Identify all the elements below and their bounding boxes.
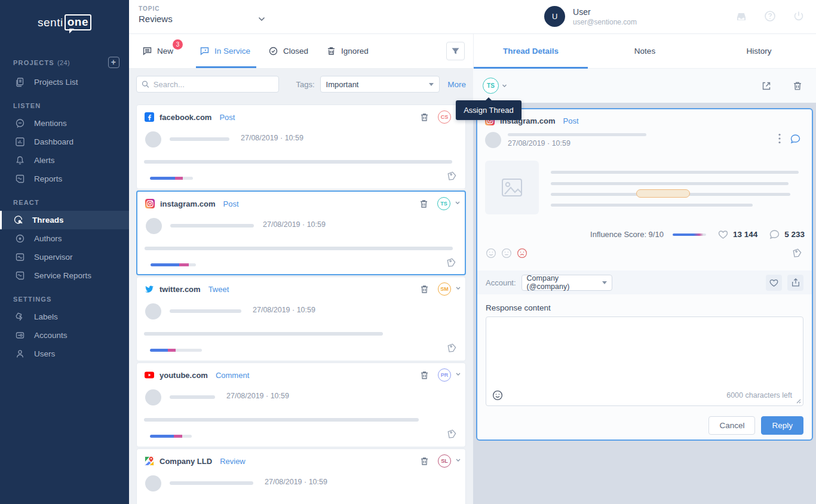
tab-history[interactable]: History: [702, 34, 816, 68]
sentiment-positive-icon[interactable]: [486, 248, 496, 259]
account-dropdown[interactable]: Company (@company): [521, 275, 612, 291]
chevron-down-icon[interactable]: [258, 17, 265, 21]
thread-list-item-facebook[interactable]: facebook.com Post CS 27/08/2019 · 10:59: [136, 105, 466, 189]
assignee-initials: CS: [441, 114, 449, 120]
sidebar-item-accounts[interactable]: Accounts: [0, 326, 129, 345]
cancel-button[interactable]: Cancel: [708, 416, 755, 435]
thread-source: instagram.com: [160, 199, 215, 208]
heart-icon: [769, 278, 779, 288]
tab-closed[interactable]: Closed: [268, 34, 308, 68]
tag-icon[interactable]: [446, 343, 457, 354]
author-avatar-skeleton: [145, 303, 161, 319]
trash-icon[interactable]: [419, 456, 430, 466]
funnel-icon: [451, 47, 460, 56]
assignee-chip[interactable]: PR: [438, 368, 451, 382]
thread-type-link[interactable]: Comment: [216, 371, 249, 380]
comments-icon: [769, 229, 780, 240]
account-dropdown-value: Company (@company): [527, 274, 602, 291]
help-icon[interactable]: [763, 10, 777, 23]
tags-dropdown[interactable]: Important: [320, 76, 440, 93]
search-input[interactable]: [154, 80, 274, 89]
sidebar-item-dashboard[interactable]: Dashboard: [0, 133, 129, 151]
tab-in-service[interactable]: In Service: [200, 34, 250, 68]
reply-button[interactable]: Reply: [761, 416, 803, 435]
sidebar-item-labels[interactable]: Labels: [0, 308, 129, 326]
new-thread-icon: [142, 46, 152, 56]
filter-button[interactable]: [446, 42, 465, 60]
thread-list-item-company-lld[interactable]: Company LLD Review SL 27/08/2019 · 10:59: [136, 448, 466, 504]
tab-thread-details[interactable]: Thread Details: [474, 34, 588, 68]
sidebar-section-header: REACT: [0, 194, 129, 211]
thread-type-link[interactable]: Post: [219, 113, 235, 122]
details-tabs: Thread Details Notes History: [473, 34, 816, 69]
thread-type-link[interactable]: Post: [223, 199, 238, 208]
response-textarea[interactable]: [486, 317, 803, 388]
thread-list-item-youtube[interactable]: youtube.com Comment PR 27/08/2019 · 10:5…: [136, 362, 466, 447]
tab-ignored[interactable]: Ignored: [326, 34, 369, 68]
tag-icon[interactable]: [446, 429, 457, 440]
trash-icon[interactable]: [419, 370, 430, 380]
chevron-down-icon[interactable]: [456, 373, 461, 376]
thread-list-item-instagram[interactable]: instagram.com Post TS 27/08/2019 · 10:59: [136, 190, 466, 275]
topic-selector[interactable]: TOPIC Reviews: [139, 5, 173, 24]
trash-icon[interactable]: [419, 284, 430, 294]
sidebar-item-service-reports[interactable]: Service Reports: [0, 266, 129, 285]
assignee-chip[interactable]: SM: [438, 282, 451, 296]
thread-type-link[interactable]: Review: [220, 457, 246, 466]
assign-thread-chip[interactable]: TS: [483, 78, 499, 94]
resize-handle[interactable]: [796, 398, 801, 404]
chevron-down-icon[interactable]: [502, 84, 507, 88]
avatar[interactable]: U: [544, 6, 565, 27]
tab-notes[interactable]: Notes: [588, 34, 702, 68]
power-icon[interactable]: [792, 10, 805, 23]
open-external-icon[interactable]: [761, 81, 772, 91]
sentiment-negative-icon[interactable]: [517, 248, 527, 259]
add-project-button[interactable]: +: [108, 57, 119, 68]
sidebar-item-supervisor[interactable]: Supervisor: [0, 248, 129, 266]
thread-head: twitter.com Tweet: [145, 284, 229, 294]
thread-type-link[interactable]: Tweet: [208, 285, 229, 294]
trash-icon[interactable]: [792, 81, 803, 91]
trash-icon[interactable]: [419, 112, 430, 122]
assignee-chip[interactable]: SL: [438, 454, 451, 468]
thread-datetime: 27/08/2019 · 10:59: [265, 478, 327, 486]
new-count-badge: 3: [173, 39, 183, 50]
assignee-chip[interactable]: TS: [437, 197, 450, 210]
thread-list-item-twitter[interactable]: twitter.com Tweet SM 27/08/2019 · 10:59: [136, 276, 466, 361]
user-menu[interactable]: U User user@sentione.com: [544, 6, 637, 27]
sidebar-item-reports[interactable]: Reports: [0, 170, 129, 188]
sidebar-item-label: Mentions: [34, 119, 67, 128]
in-service-icon: [200, 46, 210, 56]
sidebar-item-alerts[interactable]: Alerts: [0, 151, 129, 170]
kebab-menu-icon[interactable]: [778, 133, 781, 144]
sidebar-item-authors[interactable]: Authors: [0, 229, 129, 248]
chevron-down-icon[interactable]: [456, 287, 461, 290]
sidebar-item-label: Accounts: [34, 331, 68, 340]
tab-new[interactable]: New 3: [142, 34, 173, 68]
inbox-icon[interactable]: [735, 10, 748, 23]
chevron-down-icon[interactable]: [456, 459, 461, 462]
search-box: [136, 76, 279, 93]
trash-icon[interactable]: [419, 199, 429, 209]
thread-list: facebook.com Post CS 27/08/2019 · 10:59 …: [129, 96, 473, 504]
account-bar: Account: Company (@company): [477, 271, 812, 294]
tag-icon[interactable]: [445, 257, 456, 269]
like-button[interactable]: [766, 275, 782, 291]
emoji-picker-icon[interactable]: [492, 390, 503, 401]
tag-icon[interactable]: [791, 248, 802, 259]
details-toolbar: TS: [473, 69, 816, 103]
tag-icon[interactable]: [446, 171, 457, 182]
thread-type-link[interactable]: Post: [563, 116, 578, 125]
assignee-chip[interactable]: CS: [438, 110, 451, 124]
chevron-down-icon[interactable]: [455, 201, 460, 205]
sidebar-item-threads[interactable]: Threads: [0, 211, 129, 229]
sidebar-item-mentions[interactable]: Mentions: [0, 114, 129, 133]
skeleton-line: [170, 481, 253, 485]
share-button[interactable]: [787, 275, 803, 291]
comment-bubble-icon[interactable]: [790, 133, 801, 145]
sidebar-item-projects-list[interactable]: Projects List: [0, 73, 129, 91]
more-filters-link[interactable]: More: [447, 80, 466, 89]
sentiment-neutral-icon[interactable]: [501, 248, 512, 259]
sidebar-section-settings: SETTINGS Labels Accounts Users: [0, 291, 129, 363]
sidebar-item-users[interactable]: Users: [0, 345, 129, 363]
